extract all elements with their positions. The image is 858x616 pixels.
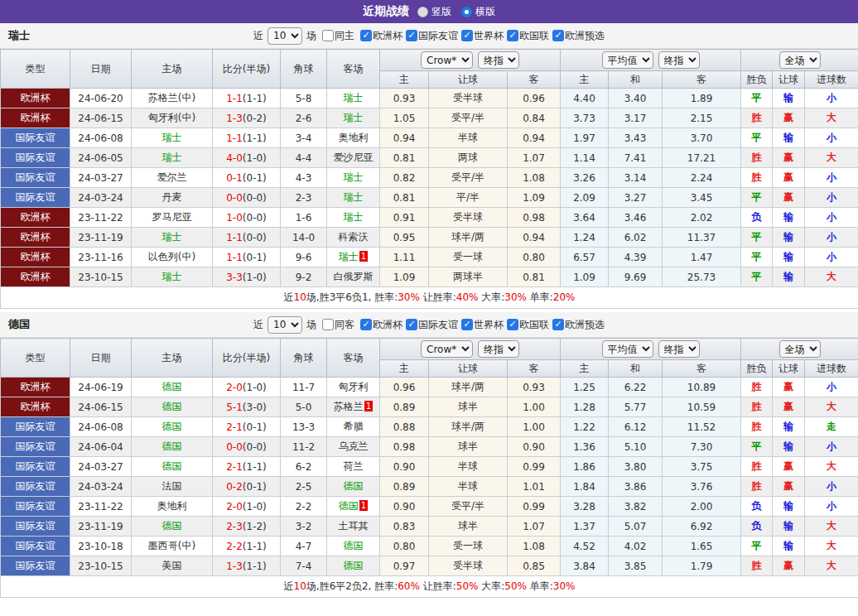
handicap-odds-away: 1.08 [508,537,561,556]
full-time-score: 1-3 [226,113,243,124]
home-team-cell: 瑞士 [132,148,213,168]
avg-odds-away: 25.73 [663,267,741,287]
col-avg-draw: 和 [609,360,663,378]
checkbox-checked-icon[interactable]: ✓ [507,319,518,330]
away-team-cell: 德国 [327,556,380,576]
half-time-score: (0-1) [243,481,267,493]
col-let-away: 客 [508,71,561,89]
final-index-select-b[interactable]: 终指 [658,51,700,69]
checkbox-checked-icon[interactable]: ✓ [507,30,518,41]
radio-vertical-layout[interactable]: 竖版 [417,5,451,19]
checkbox-checked-icon[interactable]: ✓ [552,30,564,41]
result-goals: 大 [805,517,858,537]
full-time-score: 0-0 [226,441,243,453]
odds-source-select[interactable]: Crow* [421,51,473,69]
recent-count-select[interactable]: 10 [268,316,302,334]
final-index-select-a[interactable]: 终指 [478,340,519,358]
handicap-odds-home: 0.80 [380,537,429,556]
league-filter-checkbox[interactable]: ✓欧国联 [507,29,549,43]
checkbox-checked-icon[interactable]: ✓ [406,319,417,330]
half-time-score: (1-1) [243,541,267,552]
checkbox-checked-icon[interactable]: ✓ [461,319,473,330]
avg-odds-home: 2.09 [561,188,609,208]
radio-vertical-icon[interactable] [417,7,428,17]
handicap-line: 半球 [429,477,508,497]
full-time-score: 1-1 [226,232,243,243]
final-index-select-a[interactable]: 终指 [478,51,519,69]
checkbox-unchecked-icon[interactable] [322,319,334,330]
match-score-cell: 2-3(1-2) [213,517,281,537]
radio-horizontal-icon[interactable] [461,7,472,17]
checkbox-checked-icon[interactable]: ✓ [552,319,564,330]
avg-odds-away: 1.79 [663,556,741,576]
title-bar: 近期战绩 竖版 横版 [0,0,858,23]
odds-source-select[interactable]: Crow* [421,340,473,358]
results-table: 类型 日期 主场 比分(半场) 角球 客场 Crow*终指 平均值终指 全场 主… [0,49,858,309]
match-date: 23-11-22 [70,497,132,517]
handicap-line: 受平/半 [429,497,508,517]
match-row: 欧洲杯24-06-15德国5-1(3-0)5-0苏格兰10.89球半1.001.… [1,397,858,417]
corner-score: 2-6 [281,108,327,128]
avg-odds-draw: 5.10 [609,437,663,457]
handicap-odds-away: 0.84 [508,108,561,128]
filter-controls: 近 10 场 同客 ✓欧洲杯✓国际友谊✓世界杯✓欧国联✓欧洲预选 [253,316,605,334]
league-filter-checkbox[interactable]: ✓欧洲预选 [552,29,605,43]
handicap-line: 半球 [429,457,508,477]
rank-superscript-badge: 1 [359,500,368,511]
handicap-odds-home: 1.05 [380,108,429,128]
match-date: 24-06-19 [70,378,132,397]
summary-rate-value: 50% [456,580,479,592]
match-row: 欧洲杯23-11-22罗马尼亚1-0(0-0)1-6瑞士0.91受半球0.983… [1,208,858,228]
handicap-odds-away: 0.80 [508,248,561,267]
corner-score: 2-3 [281,188,327,208]
league-filter-checkbox[interactable]: ✓世界杯 [461,318,504,332]
same-venue-checkbox[interactable]: 同客 [322,318,354,332]
handicap-odds-home: 0.89 [380,477,429,497]
summary-text: 场,胜3平6负1, 胜率: [306,291,398,303]
handicap-odds-away: 1.08 [508,168,561,188]
avg-odds-away: 10.59 [663,397,741,417]
same-venue-checkbox[interactable]: 同主 [322,29,354,43]
checkbox-checked-icon[interactable]: ✓ [406,30,417,41]
full-time-score: 1-1 [226,132,243,144]
radio-horizontal-layout[interactable]: 横版 [461,5,495,19]
average-select[interactable]: 平均值 [602,340,653,358]
match-date: 24-06-15 [70,397,132,417]
league-filter-checkbox[interactable]: ✓欧国联 [507,318,549,332]
checkbox-unchecked-icon[interactable] [322,30,334,41]
col-type: 类型 [1,50,70,89]
recent-count-select[interactable]: 10 [268,27,302,45]
league-filter-checkbox[interactable]: ✓世界杯 [461,29,504,43]
opponent-name: 乌克兰 [339,440,369,452]
avg-odds-draw: 3.40 [609,89,663,108]
corner-score: 14-0 [281,228,327,248]
summary-text: 近 [284,291,294,303]
match-row: 国际友谊23-11-19德国2-3(1-2)3-2土耳其0.83球半1.071.… [1,517,858,537]
league-filter-checkbox[interactable]: ✓国际友谊 [406,318,458,332]
scope-select[interactable]: 全场 [779,340,821,358]
league-filter-checkbox[interactable]: ✓欧洲杯 [360,29,402,43]
league-filter-checkbox[interactable]: ✓欧洲预选 [552,318,605,332]
match-row: 欧洲杯23-10-15瑞士3-3(1-0)9-2白俄罗斯1.09两球半0.811… [1,267,858,287]
checkbox-checked-icon[interactable]: ✓ [360,319,372,330]
col-let-home: 主 [380,360,429,378]
match-score-cell: 5-1(3-0) [213,397,281,417]
checkbox-checked-icon[interactable]: ✓ [360,30,372,41]
checkbox-checked-icon[interactable]: ✓ [461,30,473,41]
league-filter-checkbox[interactable]: ✓国际友谊 [406,29,458,43]
league-filter-checkbox[interactable]: ✓欧洲杯 [360,318,402,332]
match-date: 24-03-27 [70,168,132,188]
scope-select[interactable]: 全场 [779,51,821,69]
corner-score: 2-5 [281,477,327,497]
handicap-line: 球半 [429,397,508,417]
final-index-select-b[interactable]: 终指 [658,340,700,358]
type-badge: 国际友谊 [1,537,70,556]
col-corner: 角球 [281,50,327,89]
avg-odds-draw: 3.17 [609,108,663,128]
league-filter-label: 世界杯 [474,29,504,43]
away-team-cell: 土耳其 [327,517,380,537]
avg-odds-away: 2.00 [663,497,741,517]
average-select[interactable]: 平均值 [602,51,653,69]
type-badge: 国际友谊 [1,517,70,537]
handicap-odds-home: 0.89 [380,397,429,417]
